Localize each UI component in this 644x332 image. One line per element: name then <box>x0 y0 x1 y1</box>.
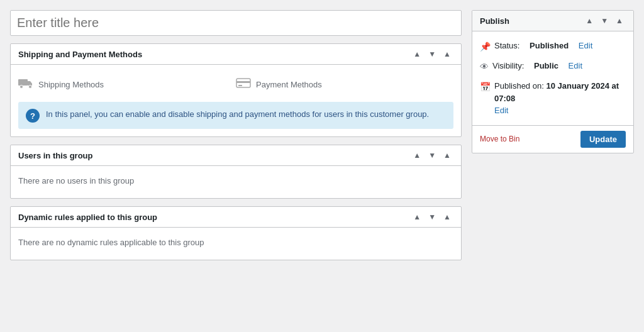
payment-method-label: Payment Methods <box>256 80 322 89</box>
dynamic-rules-title: Dynamic rules applied to this group <box>18 213 157 222</box>
publish-body: 📌 Status: Published Edit 👁 Visibility: P… <box>472 31 633 125</box>
dynamic-rules-panel: Dynamic rules applied to this group ▲ ▼ … <box>10 206 462 260</box>
publish-visibility-row: 👁 Visibility: Public Edit <box>480 57 626 77</box>
users-down-btn[interactable]: ▼ <box>426 150 438 160</box>
move-to-bin-button[interactable]: Move to Bin <box>480 135 519 143</box>
shipping-payment-body: Shipping Methods Payment Methods <box>11 65 461 136</box>
status-edit-link[interactable]: Edit <box>579 40 592 52</box>
svg-point-2 <box>29 86 32 89</box>
update-button[interactable]: Update <box>580 131 626 148</box>
dynamic-rules-body: There are no dynamic rules applicable to… <box>11 228 461 260</box>
users-header: Users in this group ▲ ▼ ▲ <box>11 145 461 166</box>
status-pin-icon: 📌 <box>480 40 491 53</box>
publish-controls: ▲ ▼ ▲ <box>583 16 626 26</box>
shipping-payment-controls: ▲ ▼ ▲ <box>411 49 453 59</box>
users-body: There are no users in this group <box>11 166 461 198</box>
dynamic-rules-header: Dynamic rules applied to this group ▲ ▼ … <box>11 207 461 228</box>
users-empty-message: There are no users in this group <box>18 174 453 191</box>
shipping-payment-header: Shipping and Payment Methods ▲ ▼ ▲ <box>11 44 461 65</box>
published-edit-link[interactable]: Edit <box>494 106 508 115</box>
users-panel: Users in this group ▲ ▼ ▲ There are no u… <box>10 145 462 199</box>
visibility-value: Public <box>534 60 558 72</box>
info-box: ? In this panel, you can enable and disa… <box>18 102 453 129</box>
dynamic-rules-down-btn[interactable]: ▼ <box>426 212 438 222</box>
calendar-icon: 📅 <box>480 80 491 94</box>
methods-grid: Shipping Methods Payment Methods <box>18 72 453 97</box>
publish-panel: Publish ▲ ▼ ▲ 📌 Status: Published Edit 👁… <box>472 10 634 153</box>
shipping-method-label: Shipping Methods <box>38 80 104 89</box>
publish-status-row: 📌 Status: Published Edit <box>480 36 626 57</box>
status-label: Status: <box>494 40 519 52</box>
dynamic-rules-controls: ▲ ▼ ▲ <box>411 212 453 222</box>
dynamic-rules-up-btn[interactable]: ▲ <box>411 212 423 222</box>
svg-rect-0 <box>18 79 28 86</box>
publish-footer: Move to Bin Update <box>472 125 633 153</box>
svg-point-1 <box>20 86 23 89</box>
svg-rect-5 <box>238 85 242 86</box>
users-toggle-btn[interactable]: ▲ <box>441 150 453 160</box>
publish-toggle-btn[interactable]: ▲ <box>613 16 626 26</box>
payment-card-icon <box>236 77 251 92</box>
publish-header: Publish ▲ ▼ ▲ <box>472 11 633 31</box>
publish-date-row: 📅 Published on: 10 January 2024 at 07:08… <box>480 77 626 120</box>
users-title: Users in this group <box>18 151 92 160</box>
published-label: Published on: <box>494 81 544 91</box>
page-title-input[interactable]: Dummy <box>10 10 462 36</box>
publish-up-btn[interactable]: ▲ <box>583 16 596 26</box>
shipping-truck-icon <box>18 77 33 92</box>
status-value: Published <box>530 40 569 52</box>
visibility-label: Visibility: <box>492 60 524 72</box>
sidebar: Publish ▲ ▼ ▲ 📌 Status: Published Edit 👁… <box>472 10 634 260</box>
shipping-method-item[interactable]: Shipping Methods <box>18 72 236 97</box>
publish-title: Publish <box>480 16 509 26</box>
dynamic-rules-empty-message: There are no dynamic rules applicable to… <box>18 235 453 252</box>
info-icon: ? <box>26 109 40 123</box>
users-controls: ▲ ▼ ▲ <box>411 150 453 160</box>
publish-down-btn[interactable]: ▼ <box>598 16 611 26</box>
shipping-payment-down-btn[interactable]: ▼ <box>426 49 438 59</box>
info-text: In this panel, you can enable and disabl… <box>46 108 429 121</box>
shipping-payment-toggle-btn[interactable]: ▲ <box>441 49 453 59</box>
payment-method-item[interactable]: Payment Methods <box>236 72 453 97</box>
shipping-payment-panel: Shipping and Payment Methods ▲ ▼ ▲ <box>10 43 462 137</box>
users-up-btn[interactable]: ▲ <box>411 150 423 160</box>
dynamic-rules-toggle-btn[interactable]: ▲ <box>441 212 453 222</box>
shipping-payment-title: Shipping and Payment Methods <box>18 50 142 59</box>
svg-rect-4 <box>236 81 250 83</box>
visibility-edit-link[interactable]: Edit <box>569 60 582 72</box>
shipping-payment-up-btn[interactable]: ▲ <box>411 49 423 59</box>
visibility-eye-icon: 👁 <box>480 60 489 74</box>
